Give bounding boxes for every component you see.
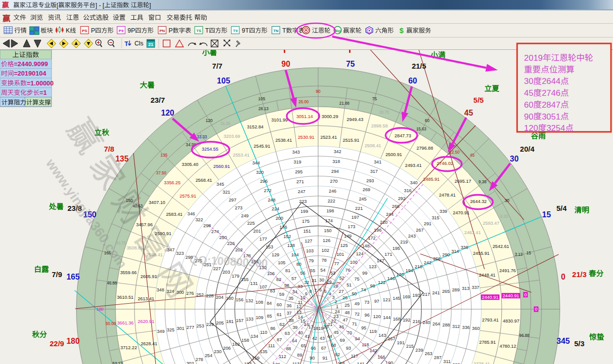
svg-text:215: 215: [406, 344, 414, 349]
svg-text:337: 337: [472, 285, 480, 290]
svg-text:229: 229: [206, 322, 214, 327]
svg-text:249: 249: [241, 213, 249, 218]
svg-text:159: 159: [252, 356, 260, 361]
svg-text:9T: 9T: [242, 27, 249, 34]
svg-text:152: 152: [283, 234, 291, 239]
svg-text:48: 48: [345, 310, 350, 315]
svg-text:73: 73: [364, 300, 369, 305]
svg-text:179: 179: [232, 274, 240, 279]
svg-text:52: 52: [339, 276, 344, 281]
svg-text:134: 134: [251, 334, 259, 339]
svg-text:2847: 2847: [542, 100, 561, 110]
svg-text:49: 49: [354, 301, 359, 306]
svg-text:53: 53: [330, 271, 335, 276]
svg-text:153: 153: [265, 244, 273, 249]
svg-text:104: 104: [291, 252, 299, 257]
svg-text:3305.40: 3305.40: [182, 162, 199, 167]
svg-text:3254: 3254: [546, 123, 565, 133]
svg-text:338: 338: [461, 245, 469, 250]
svg-text:97: 97: [374, 299, 379, 304]
svg-text:122: 122: [378, 280, 386, 285]
svg-text:80: 80: [296, 262, 301, 267]
svg-text:75: 75: [372, 96, 377, 101]
svg-text:34: 34: [292, 289, 297, 294]
svg-text:254: 254: [205, 353, 213, 358]
svg-text:319: 319: [294, 160, 302, 164]
svg-text:148: 148: [362, 243, 370, 248]
svg-text:56: 56: [300, 271, 305, 276]
svg-text:53.13: 53.13: [113, 362, 123, 364]
svg-text:312: 312: [452, 324, 460, 329]
svg-text:31: 31: [311, 278, 316, 283]
svg-text:226: 226: [227, 241, 235, 246]
svg-text:2796.88: 2796.88: [416, 146, 433, 151]
svg-text:4780.12: 4780.12: [499, 344, 516, 349]
svg-text:101: 101: [337, 252, 345, 257]
svg-text:3457.96: 3457.96: [136, 222, 153, 227]
svg-text:287: 287: [434, 355, 442, 360]
svg-text:294: 294: [331, 169, 339, 174]
svg-text:360: 360: [472, 326, 480, 331]
svg-text:86: 86: [270, 326, 275, 331]
svg-text:345: 345: [557, 337, 570, 345]
svg-text:18.75: 18.75: [379, 110, 390, 115]
svg-text:45: 45: [334, 330, 339, 335]
svg-text:116: 116: [338, 361, 345, 364]
svg-text:37: 37: [287, 311, 292, 316]
svg-text:21/3: 21/3: [572, 270, 586, 279]
svg-text:276: 276: [186, 291, 194, 296]
svg-text:239: 239: [415, 348, 423, 353]
svg-text:28: 28: [333, 283, 338, 288]
svg-text:144: 144: [383, 315, 391, 320]
svg-text:167: 167: [388, 336, 395, 341]
svg-text:75: 75: [354, 277, 359, 282]
svg-text:320: 320: [256, 170, 264, 175]
svg-text:265: 265: [442, 289, 450, 294]
svg-text:112: 112: [279, 354, 286, 359]
svg-text:79: 79: [308, 258, 313, 263]
svg-text:267: 267: [416, 228, 424, 233]
svg-text:42: 42: [312, 336, 317, 341]
svg-text:224: 224: [272, 206, 280, 211]
svg-text:81: 81: [285, 268, 290, 273]
svg-text:50.00: 50.00: [106, 322, 116, 326]
svg-text:313: 313: [462, 286, 470, 291]
svg-text:151: 151: [303, 229, 311, 234]
svg-text:6.25: 6.25: [500, 214, 508, 219]
svg-text:87: 87: [277, 337, 282, 342]
svg-text:90: 90: [281, 60, 290, 68]
svg-text:2485.91: 2485.91: [423, 177, 440, 182]
svg-text:274: 274: [211, 229, 219, 234]
svg-text:110: 110: [260, 330, 267, 335]
svg-text:2793.41: 2793.41: [482, 318, 499, 323]
svg-text:166: 166: [378, 355, 386, 360]
svg-text:=1.00000: =1.00000: [27, 80, 54, 87]
svg-text:268: 268: [392, 204, 400, 209]
svg-text:PN: PN: [159, 29, 165, 33]
svg-text:33: 33: [298, 284, 303, 289]
svg-text:76: 76: [345, 268, 350, 273]
svg-text:343: 343: [292, 150, 300, 155]
svg-text:2628.41: 2628.41: [141, 341, 158, 346]
svg-text:P: P: [91, 27, 95, 34]
svg-text:12: 12: [297, 304, 302, 309]
svg-text:244: 244: [386, 212, 394, 217]
svg-text:8: 8: [309, 289, 312, 294]
svg-text:341: 341: [374, 160, 382, 164]
svg-text:57: 57: [291, 276, 296, 281]
svg-text:37.50: 37.50: [156, 171, 167, 175]
svg-text:120: 120: [161, 109, 175, 117]
svg-text:TN: TN: [273, 29, 279, 33]
svg-text:T: T: [205, 27, 209, 34]
svg-text:3152.84: 3152.84: [247, 124, 263, 129]
svg-text:203: 203: [222, 270, 230, 275]
svg-text:2605.91: 2605.91: [140, 274, 157, 279]
svg-text:2019: 2019: [524, 53, 543, 63]
svg-text:T9: T9: [233, 29, 238, 33]
svg-text:55: 55: [310, 268, 315, 273]
svg-text:2470.91: 2470.91: [453, 210, 470, 215]
svg-text:218: 218: [415, 264, 423, 269]
svg-text:2644: 2644: [542, 77, 561, 86]
svg-text:60: 60: [277, 302, 282, 307]
svg-text:6: 6: [319, 287, 322, 292]
